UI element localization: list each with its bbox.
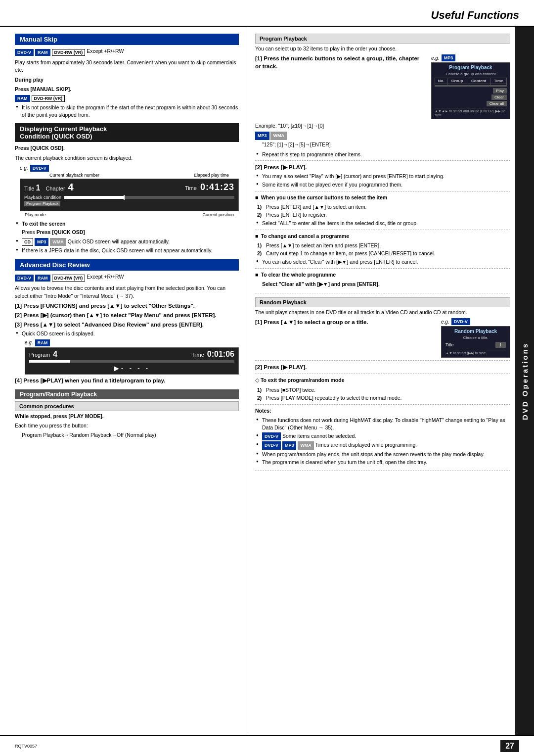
pp-repeat-note: Repeat this step to programme other item…: [255, 151, 510, 158]
note-5: The programme is cleared when you turn t…: [255, 459, 510, 466]
rp-step1-area: e.g. DVD-V Random Playback Choose a titl…: [255, 318, 510, 358]
adr-time-prefix: Time: [192, 352, 204, 358]
cursor-note: Select "ALL" to enter all the items in t…: [255, 220, 510, 227]
rp-eg-badge: DVD-V: [451, 318, 470, 325]
page-number: 27: [505, 742, 514, 751]
exit-press-text: Press [QUICK OSD]: [37, 229, 85, 235]
pp-example-area: Example: "10"; [≥10]→[1]→[0]: [255, 122, 510, 130]
adr-osd-box: Program 4 Time 0:01:06 ▶- -: [25, 347, 239, 375]
badge-mp3-note: MP3: [282, 441, 297, 450]
divider-rp2: [255, 374, 510, 374]
exit-step1-num: 1): [257, 386, 264, 394]
badge-dvdv: DVD-V: [15, 49, 34, 56]
cd-note-text: Quick OSD screen will appear automatical…: [68, 238, 170, 244]
note-1: These functions does not work during Hig…: [255, 417, 510, 431]
adr-arrows: ▶- - - -: [29, 364, 234, 372]
cursor-step2-text: Press [ENTER] to register.: [266, 211, 327, 219]
pp-col-group: Group: [447, 78, 467, 84]
adr-osd-area: e.g. RAM Program 4 Time 0:01:06: [25, 339, 239, 375]
rp-osd-title-label: Title: [445, 342, 454, 347]
adr-badge-ram: RAM: [35, 275, 50, 282]
change-step1-num: 1): [257, 242, 264, 249]
cursor-step2-row: 2) Press [ENTER] to register.: [257, 211, 510, 219]
adr-step3: [3] Press [▲▼] to select "Advanced Disc …: [15, 321, 239, 329]
exit-step1-row: 1) Press [■STOP] twice.: [257, 386, 510, 394]
badge-wma-note: WMA: [298, 441, 314, 450]
adr-badge-except: Except +R/+RW: [87, 273, 124, 281]
exit-step1-text: Press [■STOP] twice.: [266, 386, 315, 394]
adr-progress-fill: [29, 360, 70, 363]
right-column: Program Playback You can select up to 32…: [247, 27, 515, 735]
program-random-section: Program/Random Playback Common procedure…: [15, 389, 239, 439]
pp-osd-bottom: ▲▼◄► to select and unline [ENTER] [▶▶] t…: [435, 108, 507, 117]
pp-step1-area: e.g. MP3 Program Playback Choose a group…: [255, 54, 510, 121]
exit-steps: 1) Press [■STOP] twice. 2) Press [PLAY M…: [255, 386, 510, 402]
cursor-step1-text: Press [ENTER] and [▲▼] to select an item…: [266, 203, 366, 211]
rp-step2-text: [2] Press [▶ PLAY].: [255, 363, 510, 371]
pp-screenshot: e.g. MP3 Program Playback Choose a group…: [431, 54, 510, 119]
pp-col-no: No.: [435, 78, 447, 84]
pp-btn-clearall: Clear all: [487, 101, 507, 106]
adr-step4: [4] Press [▶PLAY] when you find a title/…: [15, 377, 239, 384]
osd-progmode-label: Program Playback: [24, 201, 60, 206]
page-number-wrapper: 27: [500, 740, 519, 752]
pp-osd-box: Program Playback Choose a group and cont…: [431, 62, 510, 119]
divider-3: [255, 230, 510, 230]
adr-body: Allows you to browse the disc contents a…: [15, 284, 239, 299]
badge-wma-2: WMA: [270, 132, 287, 140]
pp-col-time: Time: [490, 78, 507, 84]
program-playback-section: Program Playback You can select up to 32…: [255, 34, 510, 293]
change-step1-text: Press [▲▼] to select an item and press […: [266, 242, 381, 249]
pp-eg-label: e.g.: [431, 55, 440, 61]
quick-osd-body: The current playback condition screen is…: [15, 154, 239, 162]
osd-title-row: Title 1 Chapter 4: [24, 182, 74, 193]
adr-step3-note: Quick OSD screen is displayed.: [15, 330, 239, 337]
adr-eg: e.g. RAM: [25, 339, 50, 346]
left-column: Manual Skip DVD-V RAM DVD-RW (VR) Except…: [0, 27, 247, 735]
quick-osd-header: Displaying Current Playback Condition (Q…: [15, 123, 239, 142]
osd-annotations-top: Current playback number Elapsed play tim…: [20, 173, 239, 178]
content-area: Manual Skip DVD-V RAM DVD-RW (VR) Except…: [0, 27, 534, 735]
manual-skip-body: Play starts from approximately 30 second…: [15, 59, 239, 74]
cursor-step2-num: 2): [257, 211, 264, 219]
osd-time-area: Time 0:41:23: [185, 182, 234, 192]
adr-step1: [1] Press [FUNCTIONS] and press [▲▼] to …: [15, 302, 239, 310]
note-4: When program/random play ends, the unit …: [255, 451, 510, 458]
badge-dvdv-note: DVD-V: [262, 432, 281, 441]
rp-header: Random Playback: [255, 297, 510, 307]
note-2: DVD-V Some items cannot be selected.: [255, 432, 510, 441]
cursor-step1-row: 1) Press [ENTER] and [▲▼] to select an i…: [257, 203, 510, 211]
osd-progress-marker: [124, 195, 125, 200]
pp-header: Program Playback: [255, 34, 510, 44]
adr-eg-badge: RAM: [35, 339, 50, 346]
jpeg-note: If there is a JPEG data in the disc, Qui…: [15, 247, 239, 254]
pp-btn-clear: Clear: [491, 94, 507, 100]
quick-osd-header-line2: Condition (QUICK OSD): [20, 133, 92, 140]
cursor-header: When you use the cursor buttons to selec…: [255, 194, 510, 202]
osd-top-row: Title 1 Chapter 4 Time 0:41:23: [24, 182, 234, 193]
common-procedures-header: Common procedures: [15, 401, 239, 411]
rp-osd-title-row: Title 1: [445, 342, 506, 348]
badge-dvdrw-vr2: DVD-RW (VR): [32, 95, 65, 102]
program-random-header: Program/Random Playback: [15, 389, 239, 399]
eg-text: e.g.: [20, 165, 28, 171]
change-step2-text: Carry out step 1 to change an item, or p…: [266, 250, 435, 257]
osd-progress-area: Playback condition Program Playback: [24, 195, 234, 206]
badge-wma: WMA: [50, 238, 66, 246]
badge-dvdrw-vr: DVD-RW (VR): [52, 49, 86, 56]
divider-4: [255, 268, 510, 269]
ram-badges: RAM DVD-RW (VR): [15, 95, 239, 102]
flow-label: Program Playback→Random Playback→Off (No…: [22, 431, 239, 439]
pp-example-125: "125"; [1]→[2]→[5]→[ENTER]: [262, 141, 510, 148]
osd-position-label: Current position: [202, 212, 234, 217]
during-play-label: During play: [15, 76, 239, 84]
badge-mp3: MP3: [35, 238, 49, 246]
osd-progress-bar: [64, 196, 234, 199]
adr-time-val: 0:01:06: [207, 350, 234, 358]
while-stopped-label: While stopped, press [PLAY MODE].: [15, 413, 239, 420]
dvd-sidebar-text: DVD Operations: [521, 342, 529, 420]
osd-chapter-label: Chapter: [45, 186, 65, 191]
pp-intro: You can select up to 32 items to play in…: [255, 45, 510, 52]
advanced-disc-review-section: Advanced Disc Review DVD-V RAM DVD-RW (V…: [15, 259, 239, 384]
manual-skip-header: Manual Skip: [15, 34, 239, 45]
